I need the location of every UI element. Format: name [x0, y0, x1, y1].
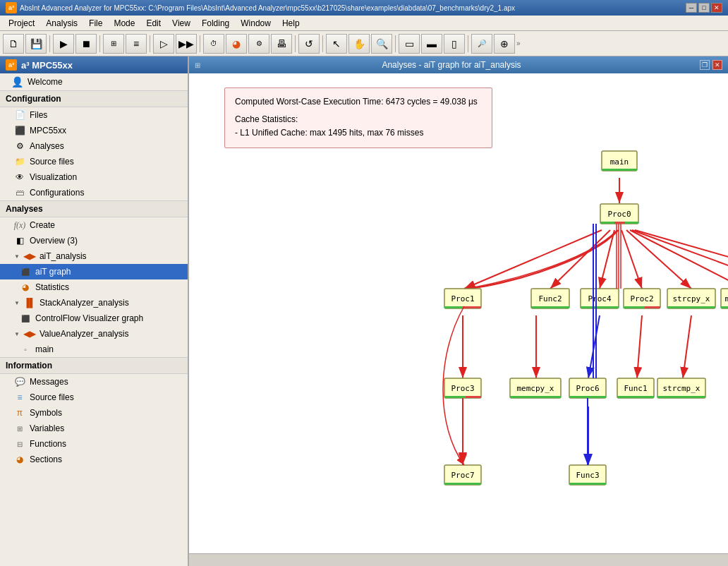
toolbar-more: »	[516, 40, 521, 47]
toolbar-print[interactable]: 🖶	[271, 34, 292, 54]
func-icon: ⊟	[14, 438, 25, 450]
toolbar-step[interactable]: ⊞	[103, 34, 124, 54]
sidebar-ait-label: aiT_analysis	[40, 251, 87, 261]
sidebar-create-label: Create	[30, 220, 55, 230]
sidebar-item-variables[interactable]: ⊞ Variables	[0, 421, 188, 436]
sidebar-item-mpc55xx[interactable]: ⬛ MPC55xx	[0, 123, 188, 138]
toolbar-zoomin[interactable]: ⊕	[494, 34, 515, 54]
toolbar-sep6	[322, 35, 323, 52]
expand-triangle-value: ▼	[14, 331, 20, 337]
node-func3-bar	[569, 483, 606, 485]
title-bar: a³ AbsInt Advanced Analyzer for MPC55xx:…	[0, 0, 728, 16]
sec-icon: ◕	[14, 454, 25, 465]
toolbar-play2[interactable]: ▷	[153, 34, 174, 54]
sidebar-item-sections[interactable]: ◕ Sections	[0, 452, 188, 467]
panel-close-button[interactable]: ✕	[712, 60, 722, 70]
menu-view[interactable]: View	[166, 17, 196, 29]
sidebar-item-symbols[interactable]: π Symbols	[0, 405, 188, 421]
sidebar-item-stack-analysis[interactable]: ▼ ▐▌ StackAnalyzer_analysis	[0, 295, 188, 311]
toolbar-sep1	[49, 35, 50, 52]
sidebar-cf-label: ControlFlow Visualizer graph	[35, 313, 143, 323]
toolbar-new[interactable]: 🗋	[3, 34, 24, 54]
sidebar-item-source-files-info[interactable]: ≡ Source files	[0, 390, 188, 405]
menu-project[interactable]: Project	[3, 17, 40, 29]
node-func2-label: Func2	[538, 294, 562, 303]
sidebar-item-source-files-config[interactable]: 📁 Source files	[0, 154, 188, 169]
sidebar-item-create[interactable]: f(x) Create	[0, 217, 188, 233]
sidebar-item-ait-graph[interactable]: ⬛ aiT graph	[0, 264, 188, 279]
node-malloc-label: malloc_x	[725, 294, 728, 303]
node-memcpy-bar	[510, 396, 561, 398]
node-func1-label: Func1	[624, 384, 647, 393]
title-bar-controls[interactable]: ─ □ ✕	[686, 3, 722, 13]
menu-folding[interactable]: Folding	[196, 17, 235, 29]
toolbar: 🗋 💾 ▶ ⏹ ⊞ ≡ ▷ ▶▶ ⏱ ◕ ⚙ 🖶 ↺ ↖ ✋ 🔍 ▭ ▬ ▯ 🔎…	[0, 31, 728, 56]
toolbar-cursor[interactable]: ↖	[326, 34, 347, 54]
menu-file[interactable]: File	[83, 17, 108, 29]
sidebar-item-ait-analysis[interactable]: ▼ ◀▶ aiT_analysis	[0, 248, 188, 264]
sidebar-item-controlflow[interactable]: ⬛ ControlFlow Visualizer graph	[0, 311, 188, 326]
sidebar-item-overview[interactable]: ◧ Overview (3)	[0, 233, 188, 248]
expand-triangle-ait: ▼	[14, 253, 20, 260]
toolbar-stack[interactable]: ⚙	[248, 34, 269, 54]
graph-area[interactable]: Computed Worst-Case Execution Time: 6473…	[189, 73, 728, 553]
panel-restore-button[interactable]: ❐	[700, 60, 710, 70]
sidebar-item-main[interactable]: ▫ main	[0, 342, 188, 357]
toolbar-time[interactable]: ⏱	[203, 34, 224, 54]
graph-icon: ⬛	[20, 266, 31, 277]
sidebar-item-analyses-config[interactable]: ⚙ Analyses	[0, 138, 188, 154]
menu-edit[interactable]: Edit	[140, 17, 166, 29]
title-bar-left: a³ AbsInt Advanced Analyzer for MPC55xx:…	[6, 2, 515, 13]
stats-icon: ◕	[20, 282, 31, 293]
menu-mode[interactable]: Mode	[108, 17, 140, 29]
panel-header: ⊞ Analyses - aiT graph for aiT_analysis …	[189, 56, 728, 73]
bundle1	[464, 230, 617, 289]
node-proc4-label: Proc4	[588, 294, 611, 303]
toolbar-undo[interactable]: ↺	[298, 34, 320, 54]
sidebar-item-files[interactable]: 📄 Files	[0, 107, 188, 123]
sidebar-files-label: Files	[30, 110, 47, 120]
sidebar-item-visualization[interactable]: 👁 Visualization	[0, 169, 188, 185]
section-analyses: Analyses	[0, 200, 188, 217]
node-main-label: main	[610, 157, 629, 167]
toolbar-save[interactable]: 💾	[25, 34, 47, 54]
toolbar-page2[interactable]: ▬	[421, 34, 442, 54]
main-icon: ▫	[20, 344, 31, 355]
sidebar-mpc55xx-label: MPC55xx	[30, 126, 66, 136]
toolbar-page3[interactable]: ▯	[444, 34, 465, 54]
sidebar-app-icon: a³	[6, 59, 17, 71]
sidebar-item-messages[interactable]: 💬 Messages	[0, 374, 188, 390]
close-button[interactable]: ✕	[711, 3, 722, 13]
minimize-button[interactable]: ─	[686, 3, 697, 13]
node-proc0-bar3	[625, 222, 638, 224]
node-main-bar-green	[602, 169, 619, 171]
sidebar-welcome[interactable]: 👤 Welcome	[0, 73, 188, 90]
toolbar-play3[interactable]: ▶▶	[176, 34, 197, 54]
node-proc3-bar2	[466, 396, 481, 398]
menu-window[interactable]: Window	[235, 17, 277, 29]
toolbar-hand[interactable]: ✋	[348, 34, 370, 54]
toolbar-sep8	[468, 35, 468, 52]
overview-icon: ◧	[14, 235, 25, 246]
sidebar-item-configurations[interactable]: 🗃 Configurations	[0, 185, 188, 200]
sidebar-analyses-config-label: Analyses	[30, 141, 64, 151]
toolbar-zoom[interactable]: 🔍	[371, 34, 392, 54]
node-memcpy-label: memcpy_x	[517, 384, 554, 393]
sidebar-item-value-analysis[interactable]: ▼ ◀▶ ValueAnalyzer_analysis	[0, 326, 188, 342]
toolbar-page1[interactable]: ▭	[399, 34, 420, 54]
sidebar-ait-graph-label: aiT graph	[35, 267, 71, 277]
sidebar-messages-label: Messages	[30, 377, 68, 387]
file-icon: 📄	[14, 109, 25, 121]
toolbar-chart[interactable]: ◕	[226, 34, 247, 54]
menu-analysis[interactable]: Analysis	[40, 17, 83, 29]
sidebar-item-statistics[interactable]: ◕ Statistics	[0, 279, 188, 295]
node-proc0-bar1	[600, 222, 614, 224]
toolbar-run[interactable]: ▶	[53, 34, 74, 54]
sidebar-item-functions[interactable]: ⊟ Functions	[0, 436, 188, 452]
toolbar-list[interactable]: ≡	[126, 34, 147, 54]
toolbar-zoom2[interactable]: 🔎	[471, 34, 492, 54]
maximize-button[interactable]: □	[698, 3, 710, 13]
toolbar-stop[interactable]: ⏹	[75, 34, 97, 54]
menu-help[interactable]: Help	[277, 17, 305, 29]
panel-controls[interactable]: ❐ ✕	[700, 60, 722, 70]
